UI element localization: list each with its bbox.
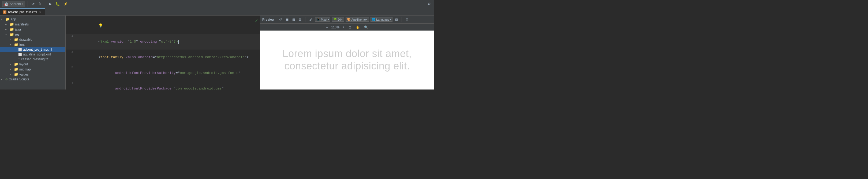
preview-grid2-btn[interactable]: ⊞: [291, 17, 296, 22]
app-arrow: ▾: [1, 18, 5, 21]
xml-pi-1: ?xml: [100, 40, 109, 44]
tree-item-res[interactable]: ▾ 📁 res: [0, 32, 65, 37]
xml-pi-close: ?>: [174, 40, 178, 44]
apptheme-label: AppTheme: [351, 18, 366, 21]
layout-btn[interactable]: ⊡: [394, 17, 399, 22]
xml-bracket-1a: <: [98, 40, 100, 44]
xml-file-icon: X: [3, 10, 6, 14]
apptheme-arrow: ▾: [366, 18, 368, 21]
line-content-1[interactable]: <?xml version="1.0" encoding="utf-8"?>: [76, 34, 260, 50]
tree-item-drawable[interactable]: ▸ 📁 drawable: [0, 37, 65, 42]
tab-filename: advent_pro_thin.xml: [8, 10, 37, 14]
preview-settings-btn[interactable]: ⚙: [405, 17, 410, 22]
values-label: values: [19, 72, 29, 77]
layout-label: layout: [19, 62, 28, 66]
toolbar-separator-1: [28, 1, 28, 7]
zoom-fit-btn[interactable]: ⊡: [348, 25, 352, 30]
pixel-dropdown[interactable]: 📱 Pixel ▾: [315, 17, 330, 22]
tree-item-app[interactable]: ▾ 📁 app: [0, 17, 65, 22]
line-num-2: 2: [66, 50, 76, 54]
tree-item-mipmap[interactable]: ▸ 📁 mipmap: [0, 67, 65, 72]
language-icon: 🌐: [372, 18, 376, 21]
line-content-4[interactable]: android:fontProviderPackage="com.google.…: [76, 81, 260, 90]
tree-item-aguafina[interactable]: ⬜ aguafina_script.xml: [0, 52, 65, 57]
preview-sep-2: [402, 17, 402, 22]
preview-brush-btn[interactable]: 🖌: [308, 17, 313, 22]
eq-3: =": [176, 71, 180, 75]
res-arrow: ▾: [5, 33, 10, 36]
manifests-label: manifests: [15, 23, 29, 26]
zoom-hand-btn[interactable]: ✋: [355, 25, 361, 30]
line-content-2[interactable]: <font-family xmlns:android="http://schem…: [76, 50, 260, 65]
editor-area[interactable]: 💡 1 <?xml version="1.0" encoding="utf-8"…: [66, 16, 260, 90]
zoom-in-btn[interactable]: +: [342, 25, 346, 30]
hierarchy-btn[interactable]: ⇅: [37, 1, 42, 7]
drawable-arrow: ▸: [10, 38, 14, 41]
settings-gear-btn[interactable]: ⚙: [427, 1, 432, 7]
font-label: font: [19, 43, 25, 47]
xml-val-package: com.google.android.gms: [176, 87, 222, 90]
line-content-3[interactable]: android:fontProviderAuthority="com.googl…: [76, 65, 260, 81]
zoom-dropdown[interactable]: 🌳 26 ▾: [332, 17, 344, 22]
tree-item-font[interactable]: ▾ 📁 font: [0, 42, 65, 47]
preview-grid3-btn[interactable]: ⊟: [298, 17, 303, 22]
tree-item-layout[interactable]: ▸ 📁 layout: [0, 62, 65, 67]
pixel-arrow: ▾: [328, 18, 329, 21]
caesar-icon: T: [18, 58, 20, 61]
mipmap-folder-icon: 📁: [14, 67, 18, 71]
line-num-1: 1: [66, 34, 76, 38]
tab-close-btn[interactable]: ✕: [39, 10, 41, 14]
eq-2: =": [153, 55, 157, 59]
advent-pro-label: advent_pro_thin.xml: [23, 48, 52, 52]
android-dropdown[interactable]: 🤖 Android ▾: [2, 1, 25, 7]
profile-btn[interactable]: ⚡: [62, 1, 69, 7]
zoom-percent: 110%: [331, 26, 339, 29]
debug-btn[interactable]: 🐛: [54, 1, 61, 7]
aguafina-label: aguafina_script.xml: [23, 53, 51, 56]
tree-item-manifests[interactable]: ▸ 📁 manifests: [0, 22, 65, 27]
mipmap-arrow: ▸: [10, 68, 14, 71]
manifests-folder-icon: 📁: [10, 22, 14, 26]
eq-1c: =": [157, 40, 161, 44]
pixel-label: Pixel: [321, 18, 327, 21]
eq-4b: ": [222, 87, 224, 90]
tree-item-gradle[interactable]: ▸ G Gradle Scripts: [0, 77, 65, 82]
preview-refresh-btn[interactable]: ↺: [278, 17, 283, 22]
tree-item-caesar[interactable]: T caesar_dressing.ttf: [0, 57, 65, 62]
run-btn[interactable]: ▶: [48, 1, 53, 7]
code-line-hint: 💡: [66, 18, 260, 34]
line-num-3: 3: [66, 65, 76, 70]
validation-checkmark: ✓: [255, 18, 258, 23]
java-label: java: [15, 28, 21, 31]
tree-item-java[interactable]: ▸ 📁 java: [0, 27, 65, 32]
preview-grid1-btn[interactable]: ▣: [284, 17, 289, 22]
drawable-label: drawable: [19, 38, 32, 41]
app-label: app: [11, 18, 16, 21]
editor-tab[interactable]: X advent_pro_thin.xml ✕: [0, 8, 45, 15]
eq-1: =": [125, 40, 130, 44]
values-folder-icon: 📁: [14, 72, 18, 77]
xml-val-authority: com.google.android.gms.fonts: [180, 71, 238, 75]
res-label: res: [15, 33, 20, 36]
bracket-2b: >: [247, 55, 249, 59]
zoom-out-btn[interactable]: −: [325, 25, 329, 30]
font-arrow: ▾: [10, 43, 14, 46]
editor-content[interactable]: 💡 1 <?xml version="1.0" encoding="utf-8"…: [66, 16, 260, 90]
layout-arrow: ▸: [10, 63, 14, 66]
lorem-line-1: Lorem ipsum dolor sit amet,: [282, 48, 411, 60]
sync-btn[interactable]: ⟳: [31, 1, 36, 7]
caesar-label: caesar_dressing.ttf: [21, 57, 48, 61]
hint-bulb-icon[interactable]: 💡: [98, 24, 103, 28]
xml-attr-version: version: [109, 40, 125, 44]
xml-val-encoding: utf-8: [161, 40, 172, 44]
lorem-ipsum-text: Lorem ipsum dolor sit amet, consectetur …: [277, 42, 417, 78]
cursor: [178, 40, 179, 44]
tree-item-advent-pro[interactable]: ⬜ advent_pro_thin.xml: [0, 47, 65, 52]
zoom-search-btn[interactable]: 🔍: [363, 25, 369, 30]
tab-bar: X advent_pro_thin.xml ✕: [0, 8, 434, 16]
apptheme-dropdown[interactable]: 🎨 AppTheme ▾: [346, 17, 369, 22]
code-line-2: 2 <font-family xmlns:android="http://sch…: [66, 50, 260, 65]
top-toolbar: 🤖 Android ▾ ⟳ ⇅ ▶ 🐛 ⚡ ⚙: [0, 0, 434, 8]
language-dropdown[interactable]: 🌐 Language ▾: [371, 17, 393, 22]
tree-item-values[interactable]: ▸ 📁 values: [0, 72, 65, 77]
